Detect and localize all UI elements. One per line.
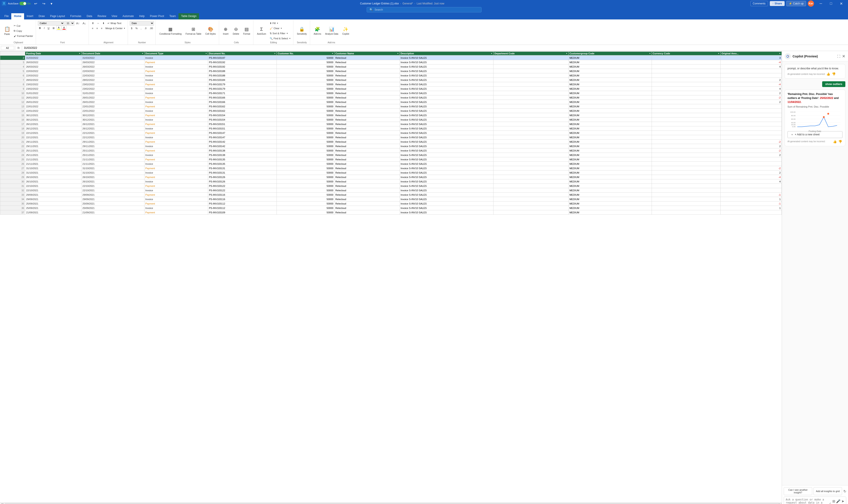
document-date[interactable]: 22/12/2021: [82, 131, 144, 135]
col-header-J[interactable]: Currency Code ▾: [652, 51, 720, 56]
customergroup-code[interactable]: MEDIUM: [569, 144, 652, 148]
posting-date[interactable]: 25/11/2021: [25, 153, 82, 157]
description[interactable]: Invoice S-INV10 SALES: [400, 148, 493, 153]
customergroup-code[interactable]: MEDIUM: [569, 188, 652, 193]
document-no[interactable]: PS-INV103154: [208, 113, 276, 118]
description[interactable]: Invoice S-INV10 SALES: [400, 162, 493, 166]
currency-code[interactable]: [652, 118, 720, 122]
insert-cells-button[interactable]: ⊕ Insert: [221, 21, 231, 41]
thumbs-down-2[interactable]: 👎: [838, 139, 843, 144]
posting-date[interactable]: 26/12/2021: [25, 122, 82, 126]
currency-code[interactable]: [652, 109, 720, 113]
customer-no[interactable]: 50000: [277, 144, 335, 148]
document-type[interactable]: Payment: [144, 184, 208, 188]
document-date[interactable]: 29/11/2021: [82, 140, 144, 144]
document-no[interactable]: PS-INV103151: [208, 126, 276, 131]
customer-no[interactable]: 50000: [277, 162, 335, 166]
document-no[interactable]: PS-INV103135: [208, 162, 276, 166]
customer-no[interactable]: 50000: [277, 206, 335, 210]
posting-date[interactable]: 23/02/2022: [25, 87, 82, 91]
description[interactable]: Invoice S-INV10 SALES: [400, 144, 493, 148]
document-no[interactable]: PS-INV103147: [208, 135, 276, 140]
document-date[interactable]: 22/10/2021: [82, 188, 144, 193]
customer-no[interactable]: 50000: [277, 131, 335, 135]
department-code[interactable]: [493, 188, 569, 193]
align-left-button[interactable]: ≡: [91, 26, 94, 31]
document-type[interactable]: Payment: [144, 175, 208, 179]
col-header-G[interactable]: Description ▾: [400, 51, 493, 56]
tab-table-design[interactable]: Table Design: [179, 13, 199, 19]
percent-button[interactable]: %: [134, 26, 139, 31]
posting-date[interactable]: 22/03/2022: [25, 69, 82, 73]
document-type[interactable]: Invoice: [144, 73, 208, 78]
sensitivity-button[interactable]: 🔒 Sensitivity: [295, 21, 309, 41]
document-date[interactable]: 23/02/2022: [82, 87, 144, 91]
description[interactable]: Invoice S-INV10 SALES: [400, 140, 493, 144]
customer-name[interactable]: Relecloud: [335, 113, 400, 118]
description[interactable]: Invoice S-INV10 SALES: [400, 201, 493, 206]
posting-date[interactable]: 31/10/2021: [25, 166, 82, 170]
customergroup-code[interactable]: MEDIUM: [569, 140, 652, 144]
department-code[interactable]: [493, 100, 569, 104]
customer-no[interactable]: 50000: [277, 193, 335, 197]
tab-page-layout[interactable]: Page Layout: [48, 13, 68, 19]
document-date[interactable]: 22/03/2022: [82, 73, 144, 78]
customer-no[interactable]: 50000: [277, 65, 335, 69]
document-no[interactable]: PS-INV103179: [208, 82, 276, 87]
original-amount[interactable]: [720, 131, 781, 135]
customergroup-code[interactable]: MEDIUM: [569, 60, 652, 65]
customergroup-code[interactable]: MEDIUM: [569, 65, 652, 69]
posting-date[interactable]: 29/11/2021: [25, 144, 82, 148]
document-type[interactable]: Invoice: [144, 91, 208, 95]
department-code[interactable]: [493, 153, 569, 157]
refresh-insights-button[interactable]: ↻: [843, 487, 846, 495]
department-code[interactable]: [493, 60, 569, 65]
department-code[interactable]: [493, 65, 569, 69]
department-code[interactable]: [493, 104, 569, 109]
department-code[interactable]: [493, 69, 569, 73]
col-header-B[interactable]: Document Date ▾: [82, 51, 144, 56]
currency-code[interactable]: [652, 184, 720, 188]
filter-customergroup-code[interactable]: ▾: [649, 52, 651, 55]
original-amount[interactable]: [720, 184, 781, 188]
document-no[interactable]: PS-INV103131: [208, 170, 276, 175]
currency-button[interactable]: $: [130, 26, 134, 31]
document-no[interactable]: PS-INV103179: [208, 87, 276, 91]
posting-date[interactable]: 30/12/2021: [25, 113, 82, 118]
conditional-formatting-button[interactable]: ▦ Conditional Formatting: [158, 21, 183, 41]
document-date[interactable]: 22/03/2022: [82, 69, 144, 73]
tab-power-pivot[interactable]: Power Pivot: [147, 13, 167, 19]
another-insight-button[interactable]: Can I see another insight?: [784, 487, 812, 495]
customer-no[interactable]: 50000: [277, 118, 335, 122]
comma-button[interactable]: ,: [139, 26, 143, 31]
document-date[interactable]: 21/11/2021: [82, 162, 144, 166]
col-header-I[interactable]: Customergroup Code ▾: [569, 51, 652, 56]
posting-date[interactable]: 26/03/2022: [25, 60, 82, 65]
customergroup-code[interactable]: MEDIUM: [569, 166, 652, 170]
posting-date[interactable]: 21/11/2021: [25, 162, 82, 166]
customer-name[interactable]: Relecloud: [335, 122, 400, 126]
document-date[interactable]: 26/10/2021: [82, 179, 144, 184]
scroll-right-button[interactable]: ▶: [3, 503, 4, 504]
department-code[interactable]: [493, 210, 569, 215]
customergroup-code[interactable]: MEDIUM: [569, 118, 652, 122]
currency-code[interactable]: [652, 144, 720, 148]
customergroup-code[interactable]: MEDIUM: [569, 153, 652, 157]
description[interactable]: Invoice S-INV10 SALES: [400, 197, 493, 201]
customergroup-code[interactable]: MEDIUM: [569, 148, 652, 153]
document-type[interactable]: Payment: [144, 201, 208, 206]
document-date[interactable]: 25/09/2021: [82, 206, 144, 210]
merge-center-button[interactable]: Merge & Center: [104, 26, 126, 31]
customer-name[interactable]: Relecloud: [335, 65, 400, 69]
description[interactable]: Invoice S-INV10 SALES: [400, 113, 493, 118]
document-no[interactable]: PS-INV103126: [208, 179, 276, 184]
posting-date[interactable]: 29/09/2021: [25, 193, 82, 197]
original-amount[interactable]: [720, 188, 781, 193]
customer-name[interactable]: Relecloud: [335, 100, 400, 104]
tab-view[interactable]: View: [109, 13, 120, 19]
posting-date[interactable]: 22/10/2021: [25, 184, 82, 188]
document-type[interactable]: Invoice: [144, 197, 208, 201]
customergroup-code[interactable]: MEDIUM: [569, 109, 652, 113]
tab-automate[interactable]: Automate: [120, 13, 137, 19]
customer-no[interactable]: 50000: [277, 95, 335, 100]
